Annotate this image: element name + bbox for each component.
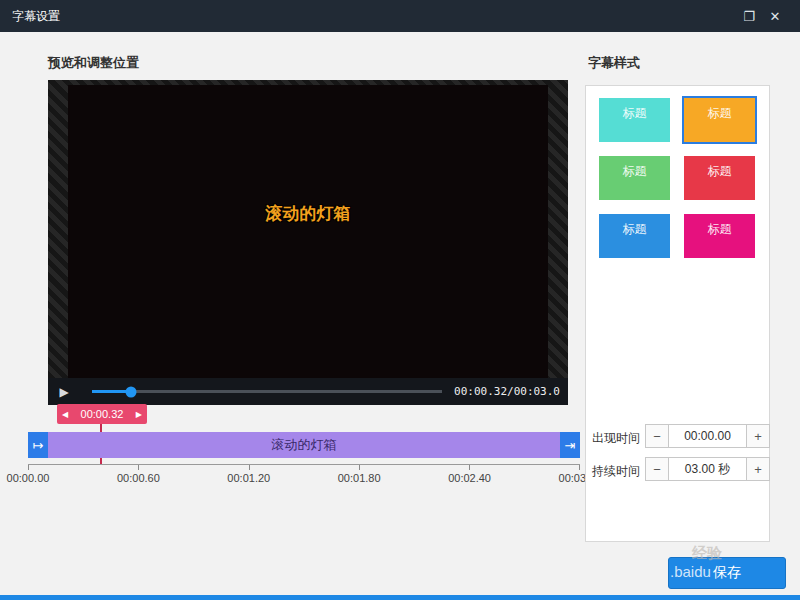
style-swatch[interactable]: 标题 [599, 214, 670, 258]
duration-plus-button[interactable]: + [746, 457, 770, 481]
duration-stepper: − 03.00 秒 + [645, 457, 770, 481]
seek-slider[interactable] [92, 390, 442, 393]
subtitle-clip[interactable]: 滚动的灯箱 [48, 432, 560, 458]
style-swatch[interactable]: 标题 [599, 156, 670, 200]
duration-minus-button[interactable]: − [645, 457, 669, 481]
play-icon[interactable]: ▶ [48, 385, 80, 399]
swatch-label: 标题 [623, 105, 647, 122]
ruler-label: 00:00.00 [3, 472, 53, 484]
close-icon[interactable]: ✕ [762, 9, 788, 24]
timeline-ruler [28, 464, 580, 472]
swatch-label: 标题 [623, 163, 647, 180]
appear-time-label: 出现时间 [592, 430, 640, 447]
titlebar: 字幕设置 ❐ ✕ [0, 0, 800, 32]
window-title: 字幕设置 [12, 8, 736, 25]
duration-value[interactable]: 03.00 秒 [669, 457, 746, 481]
style-swatch[interactable]: 标题 [684, 156, 755, 200]
video-frame: 滚动的灯箱 [48, 80, 568, 378]
ruler-labels: 00:00.00 00:00.60 00:01.20 00:01.80 00:0… [3, 472, 605, 484]
ruler-tick [138, 465, 139, 470]
appear-plus-button[interactable]: + [746, 424, 770, 448]
bottom-accent-bar [0, 595, 800, 600]
style-swatch-selected[interactable]: 标题 [684, 98, 755, 142]
ruler-tick [249, 465, 250, 470]
preview-section-label: 预览和调整位置 [48, 54, 139, 72]
player-controls: ▶ 00:00.32/00:03.0 [48, 378, 568, 405]
ruler-label: 00:01.80 [334, 472, 384, 484]
tag-right-arrow-icon[interactable]: ▶ [136, 410, 142, 419]
ruler-tick [28, 465, 29, 470]
seek-slider-handle[interactable] [125, 386, 136, 397]
ruler-tick [359, 465, 360, 470]
current-time-tag[interactable]: ◀ 00:00.32 ▶ [57, 404, 147, 424]
appear-time-value[interactable]: 00:00.00 [669, 424, 746, 448]
player-time-display: 00:00.32/00:03.0 [454, 385, 568, 398]
restore-icon[interactable]: ❐ [736, 9, 762, 24]
swatch-grid: 标题 标题 标题 标题 标题 标题 [599, 98, 755, 258]
ruler-tick [579, 465, 580, 470]
ruler-label: 00:00.60 [113, 472, 163, 484]
ruler-label: 00:01.20 [224, 472, 274, 484]
style-swatch[interactable]: 标题 [599, 98, 670, 142]
save-button[interactable]: 保存 [668, 557, 786, 589]
appear-time-stepper: − 00:00.00 + [645, 424, 770, 448]
subtitle-overlay-text[interactable]: 滚动的灯箱 [68, 202, 548, 225]
ruler-tick [469, 465, 470, 470]
video-player: 滚动的灯箱 ▶ 00:00.32/00:03.0 [48, 80, 568, 405]
swatch-label: 标题 [708, 105, 732, 122]
style-swatch[interactable]: 标题 [684, 214, 755, 258]
timeline-end-handle-icon[interactable]: ⇥ [560, 432, 580, 458]
appear-minus-button[interactable]: − [645, 424, 669, 448]
timeline-start-handle-icon[interactable]: ↦ [28, 432, 48, 458]
tag-left-arrow-icon[interactable]: ◀ [62, 410, 68, 419]
ruler-label: 00:02.40 [445, 472, 495, 484]
style-section-label: 字幕样式 [588, 54, 640, 72]
subtitle-timeline-bar: ↦ 滚动的灯箱 ⇥ [28, 432, 580, 458]
swatch-label: 标题 [708, 221, 732, 238]
tag-time-value: 00:00.32 [81, 408, 124, 420]
video-canvas[interactable]: 滚动的灯箱 [68, 85, 548, 378]
swatch-label: 标题 [623, 221, 647, 238]
subtitle-settings-dialog: 字幕设置 ❐ ✕ 预览和调整位置 字幕样式 滚动的灯箱 ▶ 00:00.32/0… [0, 0, 800, 600]
duration-label: 持续时间 [592, 463, 640, 480]
swatch-label: 标题 [708, 163, 732, 180]
